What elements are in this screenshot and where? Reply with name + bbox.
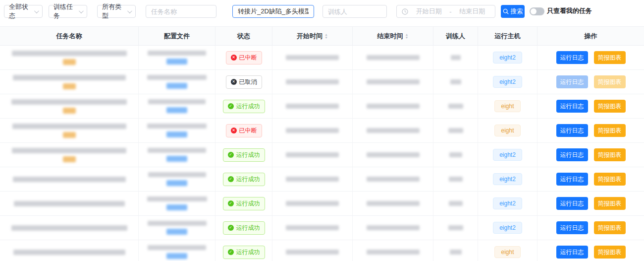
- config-download-link[interactable]: [166, 180, 187, 186]
- config-download-link[interactable]: [166, 253, 187, 259]
- run-log-button[interactable]: 运行日志: [556, 148, 588, 161]
- date-separator: -: [449, 8, 451, 15]
- col-header-end-time[interactable]: 结束时间 ▲▼: [353, 27, 433, 45]
- redacted-task-name: [11, 99, 127, 105]
- run-log-button[interactable]: 运行日志: [556, 221, 588, 234]
- redacted-task-name: [13, 250, 125, 255]
- report-chart-button[interactable]: 简报图表: [594, 246, 626, 259]
- trainer-cell: [433, 70, 478, 94]
- end-time-cell: [353, 143, 433, 167]
- config-download-link[interactable]: [166, 229, 187, 235]
- task-name-input-wrap: [146, 5, 216, 18]
- task-type-tag: [63, 156, 76, 162]
- run-log-button[interactable]: 运行日志: [556, 100, 588, 113]
- col-header-host: 运行主机: [478, 27, 537, 45]
- end-date-placeholder[interactable]: 结束日期: [455, 7, 490, 16]
- end-time-cell: [353, 192, 433, 215]
- report-chart-button[interactable]: 简报图表: [594, 197, 626, 210]
- run-log-button[interactable]: 运行日志: [556, 246, 588, 259]
- run-log-button[interactable]: 运行日志: [556, 75, 588, 88]
- config-download-link[interactable]: [166, 204, 187, 210]
- category-filter-select[interactable]: 训练任务: [49, 5, 87, 18]
- start-time-cell: [272, 216, 353, 240]
- config-download-link[interactable]: [166, 83, 187, 89]
- redacted-task-name: [14, 201, 125, 206]
- trainer-cell: [433, 167, 478, 191]
- status-filter-select[interactable]: 全部状态: [4, 5, 43, 18]
- toggle-knob: [531, 8, 537, 14]
- run-log-button[interactable]: 运行日志: [556, 124, 588, 137]
- status-badge: ✓运行成功: [223, 100, 265, 113]
- status-badge: ✓运行成功: [223, 197, 265, 210]
- redacted-end-time: [367, 55, 420, 60]
- task-name-input[interactable]: [146, 5, 216, 17]
- config-download-link[interactable]: [166, 59, 187, 65]
- redacted-trainer-name: [448, 225, 463, 230]
- host-cell: eight2: [478, 46, 537, 69]
- redacted-trainer-name: [451, 55, 461, 60]
- report-chart-button[interactable]: 简报图表: [594, 51, 626, 64]
- search-button[interactable]: 搜索: [501, 5, 525, 18]
- actions-cell: 运行日志简报图表: [537, 46, 644, 69]
- status-cell: ✓运行成功: [215, 143, 272, 167]
- report-chart-button[interactable]: 简报图表: [594, 221, 626, 234]
- col-header-actions: 操作: [537, 27, 644, 45]
- status-cell: ✓运行成功: [215, 167, 272, 191]
- start-time-cell: [272, 240, 353, 261]
- report-chart-button[interactable]: 简报图表: [594, 148, 626, 161]
- col-header-start-time[interactable]: 开始时间 ▲▼: [272, 27, 353, 45]
- report-chart-button[interactable]: 简报图表: [594, 75, 626, 88]
- config-download-link[interactable]: [166, 107, 187, 113]
- actions-cell: 运行日志简报图表: [537, 70, 644, 94]
- report-chart-button[interactable]: 简报图表: [594, 124, 626, 137]
- actions-cell: 运行日志简报图表: [537, 167, 644, 191]
- date-range-picker[interactable]: 开始日期 - 结束日期: [396, 5, 495, 18]
- table-row: ✓运行成功eight运行日志简报图表: [0, 240, 644, 261]
- status-badge: ✕已中断: [226, 51, 262, 65]
- report-chart-button[interactable]: 简报图表: [594, 100, 626, 113]
- host-tag: eight: [494, 246, 520, 258]
- keyword-input[interactable]: [233, 5, 314, 17]
- trainer-input[interactable]: [323, 5, 386, 17]
- redacted-trainer-name: [450, 250, 462, 255]
- end-time-cell: [353, 94, 433, 118]
- redacted-end-time: [367, 79, 420, 84]
- task-name-cell: [0, 167, 139, 191]
- search-button-label: 搜索: [511, 7, 523, 16]
- config-download-link[interactable]: [166, 131, 187, 137]
- start-date-placeholder[interactable]: 开始日期: [411, 7, 446, 16]
- config-file-cell: [139, 46, 215, 69]
- host-cell: eight: [478, 240, 537, 261]
- run-log-button[interactable]: 运行日志: [556, 197, 588, 210]
- run-log-button[interactable]: 运行日志: [556, 51, 588, 64]
- sort-icon[interactable]: ▲▼: [405, 33, 409, 39]
- config-download-link[interactable]: [166, 156, 187, 162]
- start-time-cell: [272, 167, 353, 191]
- redacted-task-name: [12, 51, 127, 56]
- redacted-start-time: [286, 225, 339, 230]
- status-cell: ✓运行成功: [215, 94, 272, 118]
- start-time-cell: [272, 46, 353, 69]
- status-badge: ✕已取消: [226, 75, 262, 89]
- status-cell: ✓运行成功: [215, 192, 272, 215]
- task-name-cell: [0, 94, 139, 118]
- trainer-cell: [433, 192, 478, 215]
- actions-cell: 运行日志简报图表: [537, 119, 644, 142]
- my-tasks-toggle[interactable]: [530, 7, 544, 15]
- col-header-trainer: 训练人: [433, 27, 478, 45]
- host-tag: eight: [494, 125, 520, 136]
- status-cell: ✕已取消: [215, 70, 272, 94]
- report-chart-button[interactable]: 简报图表: [594, 173, 626, 186]
- task-type-tag: [63, 108, 76, 114]
- sort-icon[interactable]: ▲▼: [324, 33, 328, 39]
- start-time-cell: [272, 94, 353, 118]
- chevron-down-icon: [34, 8, 39, 13]
- host-tag: eight2: [493, 197, 522, 209]
- type-filter-select[interactable]: 所有类型: [97, 5, 136, 18]
- redacted-start-time: [286, 250, 339, 255]
- actions-cell: 运行日志简报图表: [537, 216, 644, 240]
- redacted-end-time: [367, 177, 420, 182]
- run-log-button[interactable]: 运行日志: [556, 173, 588, 186]
- check-circle-icon: ✓: [228, 152, 234, 158]
- actions-cell: 运行日志简报图表: [537, 240, 644, 261]
